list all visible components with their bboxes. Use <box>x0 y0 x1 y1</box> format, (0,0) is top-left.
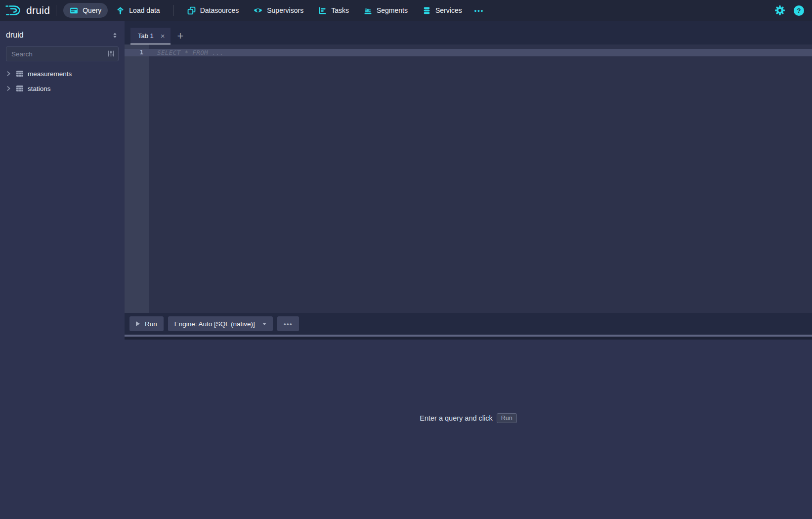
close-icon[interactable]: × <box>161 32 165 40</box>
tab-query-1[interactable]: Tab 1 × <box>130 28 171 44</box>
nav-divider <box>56 5 56 16</box>
chevron-right-icon[interactable] <box>5 70 12 77</box>
run-button-label: Run <box>145 320 157 328</box>
nav-item-segments[interactable]: Segments <box>357 3 414 18</box>
run-toolbar: Run Engine: Auto [SQL (native)] ••• <box>125 313 812 335</box>
nav-item-label: Services <box>435 6 462 14</box>
query-view: Tab 1 × + 1 SELECT * FROM ... Run Engine… <box>125 21 812 519</box>
editor-placeholder: SELECT * FROM ... <box>157 49 224 56</box>
datasources-icon <box>187 6 196 15</box>
empty-results-message: Enter a query and click Run <box>420 413 516 423</box>
tree-item-label: measurements <box>28 70 72 78</box>
table-icon <box>16 85 24 92</box>
tab-label: Tab 1 <box>138 32 154 40</box>
settings-gear-icon[interactable] <box>774 5 785 16</box>
table-tree: measurements <box>0 65 125 96</box>
run-button[interactable]: Run <box>129 316 164 331</box>
filter-sliders-icon[interactable] <box>107 49 115 58</box>
double-caret-vertical-icon <box>111 32 119 39</box>
query-more-button[interactable]: ••• <box>277 316 299 331</box>
search-input[interactable] <box>6 46 119 61</box>
engine-dropdown[interactable]: Engine: Auto [SQL (native)] <box>168 316 273 331</box>
top-navbar: druid Query Load data <box>0 0 812 21</box>
database-icon <box>423 6 431 15</box>
schema-selector[interactable]: druid <box>0 21 125 46</box>
navbar-right: ? <box>774 5 804 16</box>
nav-item-services[interactable]: Services <box>416 3 469 18</box>
message-text: Enter a query and click <box>420 414 493 422</box>
schema-sidebar: druid <box>0 21 125 519</box>
bar-chart-icon <box>364 6 372 15</box>
tree-item-stations[interactable]: stations <box>0 81 125 96</box>
chevron-right-icon[interactable] <box>5 85 12 92</box>
editor-gutter <box>125 44 149 313</box>
nav-item-label: Datasources <box>200 6 239 14</box>
nav-divider <box>173 5 174 16</box>
application-icon <box>70 6 78 15</box>
tree-item-label: stations <box>28 85 51 92</box>
search-box <box>6 46 119 61</box>
nav-item-label: Segments <box>377 6 408 14</box>
gantt-icon <box>318 6 327 15</box>
druid-logo[interactable]: druid <box>5 3 50 18</box>
nav-item-label: Query <box>83 6 101 14</box>
nav-item-label: Load data <box>129 6 160 14</box>
line-number: 1 <box>125 49 143 56</box>
nav-item-tasks[interactable]: Tasks <box>312 3 355 18</box>
nav-item-query[interactable]: Query <box>63 3 108 18</box>
help-icon[interactable]: ? <box>794 5 804 16</box>
tree-item-measurements[interactable]: measurements <box>0 66 125 81</box>
play-icon <box>136 321 140 326</box>
query-tab-bar: Tab 1 × + <box>125 21 812 44</box>
engine-label: Engine: Auto [SQL (native)] <box>174 320 255 328</box>
nav-item-supervisors[interactable]: Supervisors <box>247 3 310 18</box>
add-tab-button[interactable]: + <box>177 28 184 44</box>
upload-icon <box>116 6 125 15</box>
nav-item-load-data[interactable]: Load data <box>110 3 166 18</box>
results-panel: Enter a query and click Run <box>125 340 812 519</box>
schema-name: druid <box>6 31 24 40</box>
nav-item-label: Supervisors <box>267 6 303 14</box>
logo-text: druid <box>26 4 50 16</box>
nav-more-button[interactable]: ••• <box>470 7 489 14</box>
druid-logo-icon <box>5 3 22 18</box>
nav-item-datasources[interactable]: Datasources <box>181 3 246 18</box>
editor-active-line <box>125 49 812 56</box>
nav-item-label: Tasks <box>331 6 349 14</box>
eye-icon <box>254 6 262 15</box>
run-kbd-hint: Run <box>497 413 517 423</box>
app-body: druid <box>0 21 812 519</box>
caret-down-icon <box>262 323 266 325</box>
table-icon <box>16 70 24 78</box>
sql-editor[interactable]: 1 SELECT * FROM ... <box>125 44 812 313</box>
